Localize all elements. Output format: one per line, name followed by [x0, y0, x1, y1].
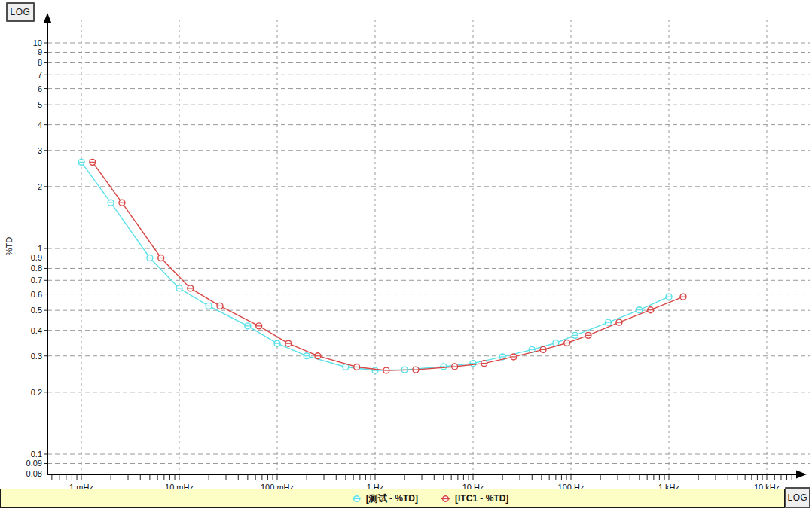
svg-text:0.5: 0.5 — [31, 306, 42, 315]
legend-bar: [测试 - %TD] [ITC1 - %TD] — [0, 489, 785, 508]
test-series-marker-icon — [352, 495, 362, 503]
svg-text:0.9: 0.9 — [31, 253, 42, 262]
svg-text:6: 6 — [38, 84, 42, 93]
svg-text:7: 7 — [38, 70, 42, 79]
svg-text:0.09: 0.09 — [26, 459, 42, 468]
svg-text:0.4: 0.4 — [31, 326, 42, 335]
svg-text:10: 10 — [33, 38, 42, 47]
svg-text:3: 3 — [38, 146, 42, 155]
x-axis-log-toggle-button[interactable]: LOG — [785, 487, 810, 508]
axes-layer — [44, 13, 807, 480]
svg-text:4: 4 — [38, 120, 42, 130]
svg-text:0.1: 0.1 — [31, 450, 42, 459]
svg-text:2: 2 — [38, 182, 42, 191]
svg-text:9: 9 — [38, 47, 42, 56]
legend-label-itc1: [ITC1 - %TD] — [455, 493, 508, 504]
svg-text:0.3: 0.3 — [31, 352, 42, 361]
svg-text:8: 8 — [38, 58, 42, 67]
itc1-series-marker-icon — [441, 495, 450, 503]
legend-item-test-series: [测试 - %TD] — [352, 492, 418, 505]
svg-text:1: 1 — [38, 244, 42, 253]
svg-text:0.6: 0.6 — [31, 290, 42, 299]
svg-text:0.08: 0.08 — [26, 469, 42, 478]
svg-text:5: 5 — [38, 100, 42, 109]
grid-layer — [47, 20, 810, 474]
legend-item-itc1-series: [ITC1 - %TD] — [441, 493, 508, 504]
svg-text:0.7: 0.7 — [31, 276, 42, 285]
y-axis-log-toggle-button[interactable]: LOG — [6, 2, 35, 22]
svg-text:0.8: 0.8 — [31, 264, 42, 273]
svg-text:0.2: 0.2 — [31, 388, 42, 397]
axis-labels-layer: 1 mHz10 mHz100 mHz1 Hz10 Hz100 Hz1 kHz10… — [5, 38, 780, 492]
legend-label-test: [测试 - %TD] — [366, 492, 418, 505]
frequency-response-chart: 1 mHz10 mHz100 mHz1 Hz10 Hz100 Hz1 kHz10… — [0, 0, 812, 509]
svg-text:%TD: %TD — [5, 237, 14, 256]
